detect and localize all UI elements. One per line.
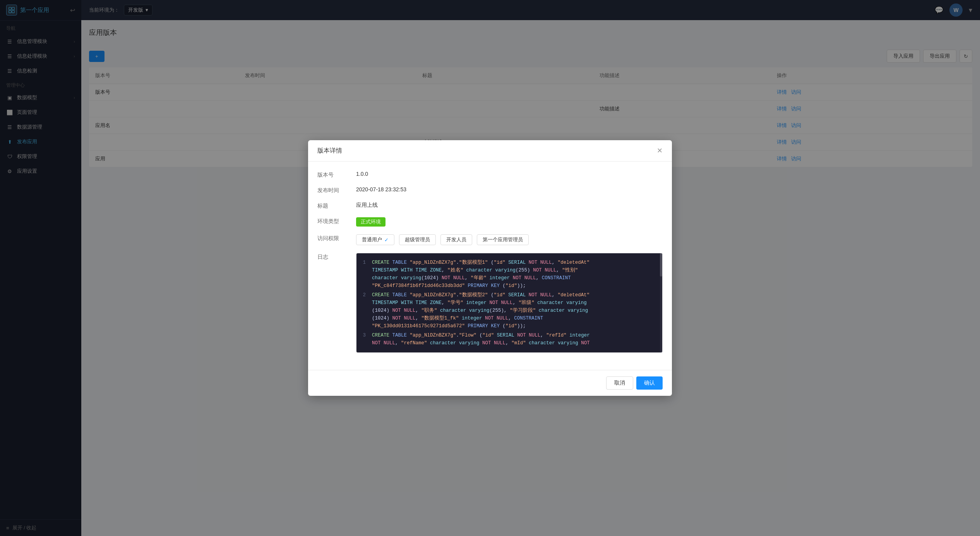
permission-label-2: 开发人员 bbox=[446, 236, 466, 243]
permissions-list: 普通用户 ✓ 超级管理员 开发人员 第一个应用管理员 bbox=[356, 234, 532, 245]
permission-tag-0: 普通用户 ✓ bbox=[356, 234, 394, 245]
version-detail-modal: 版本详情 ✕ 版本号 1.0.0 发布时间 2020-07-18 23:32:5… bbox=[308, 140, 672, 396]
scrollbar-thumb[interactable] bbox=[660, 253, 662, 277]
line-content-3: CREATE TABLE "app_NlDZnBZX7g"."Flow" ("i… bbox=[372, 332, 590, 347]
permission-tag-1: 超级管理员 bbox=[399, 234, 436, 245]
permission-tag-3: 第一个应用管理员 bbox=[477, 234, 529, 245]
permission-label-1: 超级管理员 bbox=[405, 236, 430, 243]
modal-header: 版本详情 ✕ bbox=[308, 140, 672, 161]
line-num-1: 1 bbox=[356, 259, 372, 290]
code-line-3: 3 CREATE TABLE "app_NlDZnBZX7g"."Flow" (… bbox=[356, 331, 662, 348]
access-label: 访问权限 bbox=[317, 234, 356, 242]
modal-title: 版本详情 bbox=[317, 147, 342, 155]
line-content-1: CREATE TABLE "app_NlDZnBZX7g"."数据模型1" ("… bbox=[372, 259, 589, 290]
permission-label-3: 第一个应用管理员 bbox=[483, 236, 523, 243]
check-icon-0: ✓ bbox=[384, 237, 389, 243]
permission-label-0: 普通用户 bbox=[362, 236, 382, 243]
title-field: 标题 应用上线 bbox=[317, 202, 663, 210]
title-label: 标题 bbox=[317, 202, 356, 210]
env-type-label: 环境类型 bbox=[317, 217, 356, 225]
modal-overlay: 版本详情 ✕ 版本号 1.0.0 发布时间 2020-07-18 23:32:5… bbox=[0, 0, 980, 536]
log-field: 日志 1 CREATE TABLE "app_NlDZnBZX7g"."数据模型… bbox=[317, 253, 663, 353]
modal-close-button[interactable]: ✕ bbox=[657, 146, 663, 155]
scrollbar-track[interactable] bbox=[660, 253, 662, 352]
env-type-badge: 正式环境 bbox=[356, 217, 385, 227]
cancel-button[interactable]: 取消 bbox=[606, 376, 633, 390]
code-line-1: 1 CREATE TABLE "app_NlDZnBZX7g"."数据模型1" … bbox=[356, 258, 662, 290]
publish-time-field: 发布时间 2020-07-18 23:32:53 bbox=[317, 186, 663, 194]
code-line-2: 2 CREATE TABLE "app_NlDZnBZX7g"."数据模型2" … bbox=[356, 290, 662, 331]
version-field: 版本号 1.0.0 bbox=[317, 171, 663, 179]
line-num-2: 2 bbox=[356, 291, 372, 330]
line-num-3: 3 bbox=[356, 332, 372, 347]
log-label: 日志 bbox=[317, 253, 356, 261]
confirm-button[interactable]: 确认 bbox=[636, 376, 663, 390]
publish-time-value: 2020-07-18 23:32:53 bbox=[356, 186, 406, 192]
line-content-2: CREATE TABLE "app_NlDZnBZX7g"."数据模型2" ("… bbox=[372, 291, 589, 330]
log-code-block[interactable]: 1 CREATE TABLE "app_NlDZnBZX7g"."数据模型1" … bbox=[356, 253, 663, 353]
version-value: 1.0.0 bbox=[356, 171, 368, 177]
publish-time-label: 发布时间 bbox=[317, 186, 356, 194]
title-value: 应用上线 bbox=[356, 202, 378, 209]
access-field: 访问权限 普通用户 ✓ 超级管理员 开发人员 第一个应用管理员 bbox=[317, 234, 663, 245]
version-label: 版本号 bbox=[317, 171, 356, 179]
modal-body: 版本号 1.0.0 发布时间 2020-07-18 23:32:53 标题 应用… bbox=[308, 161, 672, 370]
modal-footer: 取消 确认 bbox=[308, 370, 672, 396]
permission-tag-2: 开发人员 bbox=[440, 234, 472, 245]
env-type-field: 环境类型 正式环境 bbox=[317, 217, 663, 227]
